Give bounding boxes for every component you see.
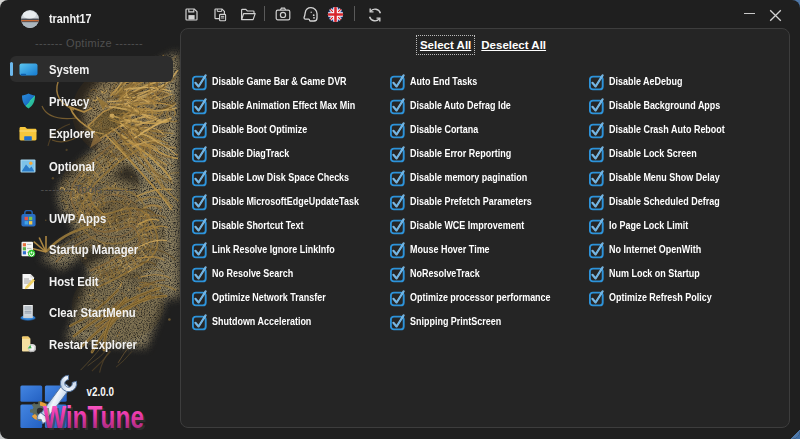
- svg-text:v2.0.0: v2.0.0: [87, 384, 115, 399]
- svg-text:WinTune: WinTune: [43, 399, 144, 435]
